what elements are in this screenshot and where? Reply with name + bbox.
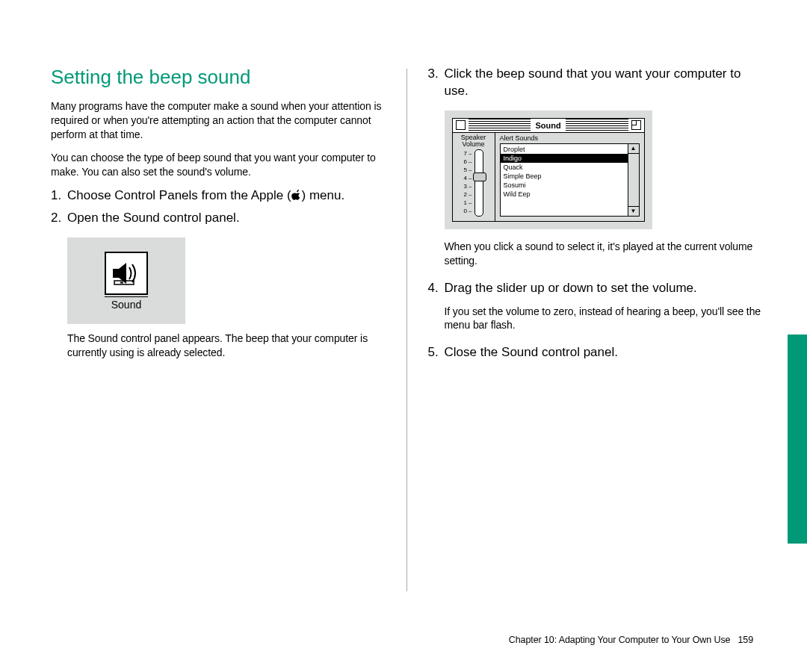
note-after-step-3: When you click a sound to select it, it'… [445,240,763,268]
section-heading: Setting the beep sound [51,66,386,89]
step-2: 2. Open the Sound control panel. [51,210,386,227]
sound-icon-label: Sound [105,296,148,311]
alert-sound-item: Quack [501,163,628,172]
sound-control-panel-figure: Sound Speaker Volume 7 – 6 – [445,111,652,229]
close-box-icon [456,120,466,130]
volume-slider-thumb [473,172,486,181]
intro-paragraph-1: Many programs have the computer make a s… [51,99,386,142]
svg-rect-3 [120,281,123,283]
volume-ticks: 7 – 6 – 5 – 4 – 3 – 2 – 1 – 0 – [463,149,474,217]
alert-sound-item: Sosumi [501,181,628,190]
scroll-down-arrow-icon: ▼ [628,206,639,216]
step-number: 2. [51,210,67,227]
svg-rect-0 [113,269,119,278]
apple-menu-icon [291,188,302,205]
step-3-text: Click the beep sound that you want your … [445,66,763,100]
step-4-text: Drag the slider up or down to set the vo… [445,280,697,297]
volume-label-2: Volume [453,141,495,148]
note-after-step-2: The Sound control panel appears. The bee… [67,332,386,360]
alert-sound-item: Droplet [501,145,628,154]
page-footer: Chapter 10: Adapting Your Computer to Yo… [509,635,753,645]
step-1: 1. Choose Control Panels from the Apple … [51,187,386,205]
scrollbar: ▲ ▼ [628,144,639,216]
step-5: 5. Close the Sound control panel. [428,344,763,361]
step-number: 5. [428,344,445,361]
volume-slider [474,149,483,217]
svg-rect-2 [114,281,134,284]
step-1-text-post: ) menu. [302,188,345,202]
alert-sounds-header: Alert Sounds [500,134,640,142]
step-number: 1. [51,187,67,205]
step-number: 4. [428,280,445,297]
step-3: 3. Click the beep sound that you want yo… [428,66,763,100]
speaker-icon [105,252,148,295]
step-2-text: Open the Sound control panel. [67,210,240,227]
step-1-text-pre: Choose Control Panels from the Apple ( [67,188,291,202]
chapter-label: Chapter 10: Adapting Your Computer to Yo… [509,635,731,645]
window-titlebar: Sound [452,118,645,133]
note-after-step-4: If you set the volume to zero, instead o… [445,305,763,333]
speaker-volume-section: Speaker Volume 7 – 6 – 5 – 4 – 3 – 2 – [453,133,495,221]
alert-sounds-listbox: Droplet Indigo Quack Simple Beep Sosumi … [500,143,640,217]
step-number: 3. [428,66,445,100]
step-4: 4. Drag the slider up or down to set the… [428,280,763,297]
page-number: 159 [738,635,753,645]
sound-control-panel-icon-figure: Sound [67,237,185,324]
intro-paragraph-2: You can choose the type of beep sound th… [51,151,386,179]
step-5-text: Close the Sound control panel. [445,344,619,361]
window-title: Sound [531,121,565,130]
alert-sounds-section: Alert Sounds Droplet Indigo Quack Simple… [495,133,644,221]
scroll-up-arrow-icon: ▲ [628,144,639,154]
alert-sound-item-selected: Indigo [501,154,628,163]
page-edge-tab [788,335,807,544]
zoom-box-icon [631,120,641,130]
alert-sound-item: Simple Beep [501,172,628,181]
alert-sound-item: Wild Eep [501,190,628,199]
